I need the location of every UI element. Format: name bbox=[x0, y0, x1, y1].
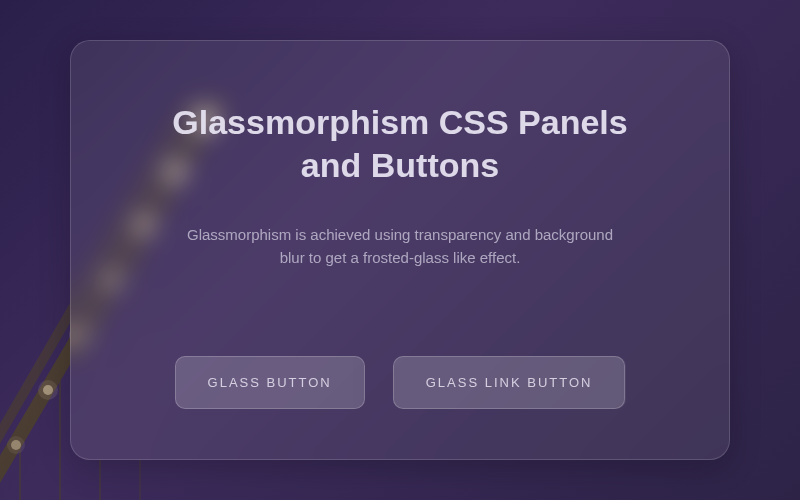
svg-point-17 bbox=[38, 380, 58, 400]
panel-title: Glassmorphism CSS Panels and Buttons bbox=[140, 101, 660, 186]
glass-link-button[interactable]: GLASS LINK BUTTON bbox=[393, 356, 626, 409]
glass-button[interactable]: GLASS BUTTON bbox=[175, 356, 365, 409]
panel-description: Glassmorphism is achieved using transpar… bbox=[180, 224, 620, 269]
glass-panel: Glassmorphism CSS Panels and Buttons Gla… bbox=[70, 40, 730, 460]
button-row: GLASS BUTTON GLASS LINK BUTTON bbox=[175, 356, 626, 409]
svg-point-19 bbox=[7, 436, 25, 454]
